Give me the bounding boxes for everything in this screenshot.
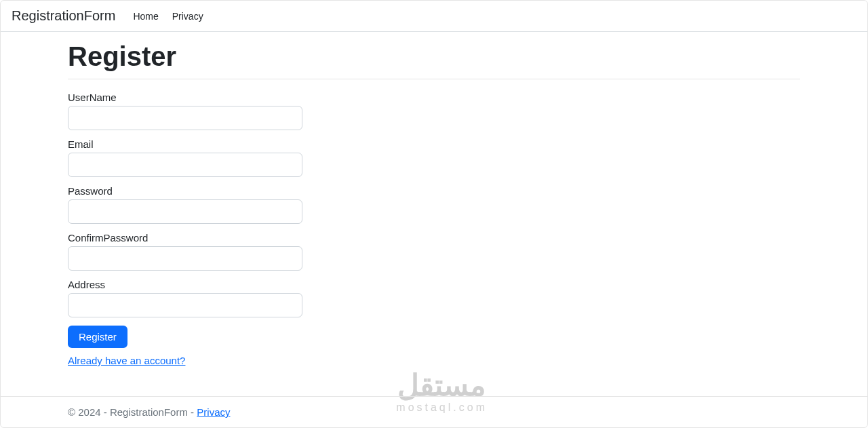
footer-copyright: © 2024 - RegistrationForm - [68, 406, 197, 418]
address-input[interactable] [68, 293, 302, 317]
navbar-brand[interactable]: RegistrationForm [12, 8, 115, 24]
email-input[interactable] [68, 153, 302, 177]
navbar: RegistrationForm Home Privacy [1, 1, 867, 32]
password-label: Password [68, 185, 800, 197]
page-title: Register [68, 41, 800, 72]
email-label: Email [68, 138, 800, 150]
form-group-confirmpassword: ConfirmPassword [68, 232, 800, 271]
confirmpassword-label: ConfirmPassword [68, 232, 800, 244]
already-have-account-link[interactable]: Already have an account? [68, 355, 185, 366]
register-form: UserName Email Password ConfirmPassword … [68, 92, 800, 367]
form-group-password: Password [68, 185, 800, 224]
form-group-username: UserName [68, 92, 800, 130]
confirmpassword-input[interactable] [68, 246, 302, 271]
main-container: Register UserName Email Password Confirm… [68, 32, 800, 367]
password-input[interactable] [68, 199, 302, 224]
footer-privacy-link[interactable]: Privacy [197, 406, 230, 418]
form-group-address: Address [68, 279, 800, 317]
title-divider [68, 79, 800, 79]
register-button[interactable]: Register [68, 326, 127, 348]
username-label: UserName [68, 92, 800, 103]
footer-inner: © 2024 - RegistrationForm - Privacy [68, 406, 800, 418]
footer: © 2024 - RegistrationForm - Privacy [1, 396, 867, 427]
nav-link-privacy[interactable]: Privacy [165, 7, 210, 26]
nav-link-home[interactable]: Home [126, 7, 165, 26]
username-input[interactable] [68, 106, 302, 130]
form-group-email: Email [68, 138, 800, 177]
address-label: Address [68, 279, 800, 290]
